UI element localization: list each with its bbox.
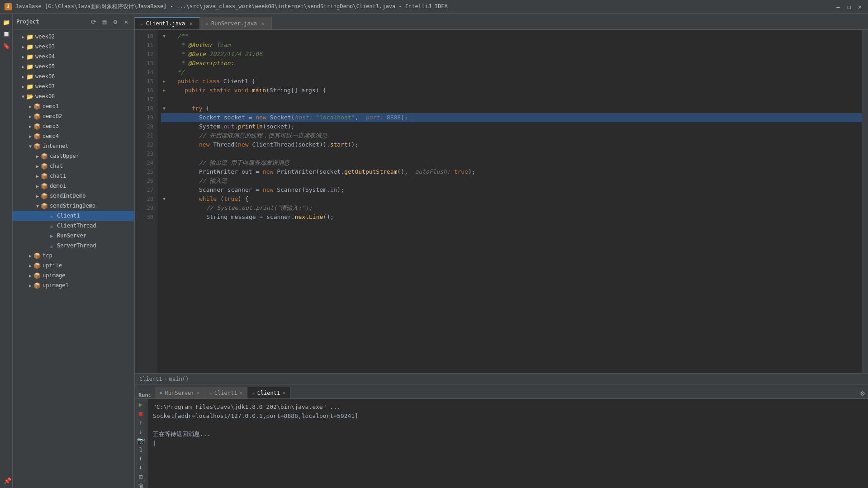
tree-arrow: ▶ xyxy=(34,193,41,199)
tree-item-upimage[interactable]: ▶ 📦 upimage xyxy=(13,270,134,280)
fold-button[interactable]: ▶ xyxy=(161,87,167,94)
tree-arrow: ▼ xyxy=(20,93,26,99)
tab-client1[interactable]: ☕ Client1.java ✕ xyxy=(135,17,200,29)
run-output-line-1: "C:\Program Files\Java\jdk1.8.0_202\bin\… xyxy=(153,403,863,412)
java-icon: ☕ xyxy=(205,20,209,26)
run-grid-button[interactable]: ⊞ xyxy=(136,473,146,480)
tree-label: sendStringDemo xyxy=(50,203,95,209)
code-content[interactable]: ▼ /** * @Author Tiam * @Date 2022/11/4 2… xyxy=(157,30,862,373)
tree-arrow: ▶ xyxy=(20,33,26,40)
pin-button[interactable]: 📌 xyxy=(4,477,11,484)
tree-item-sendintdemo[interactable]: ▶ 📦 sendIntDemo xyxy=(13,191,134,201)
tree-item-demo4[interactable]: ▶ 📦 demo4 xyxy=(13,131,134,141)
tree-item-upfile[interactable]: ▶ 📦 upfile xyxy=(13,261,134,270)
run-screenshot-button[interactable]: 📷 xyxy=(136,437,146,444)
tree-label: upfile xyxy=(43,262,62,269)
code-line-25: PrintWriter out = new PrintWriter(socket… xyxy=(161,167,862,176)
run-output-cursor: | xyxy=(153,439,863,448)
run-tab-close[interactable]: ✕ xyxy=(197,390,200,396)
run-tab-client1a[interactable]: ☕ Client1 ✕ xyxy=(204,387,247,398)
run-pin-down[interactable]: ⬇ xyxy=(136,464,146,471)
window-controls[interactable]: — ◻ ✕ xyxy=(835,3,863,10)
tree-item-week05[interactable]: ▶ 📁 week05 xyxy=(13,62,134,71)
tree-label: sendIntDemo xyxy=(50,193,85,199)
tree-item-clientthread[interactable]: ▶ ☕ ClientThread xyxy=(13,221,134,231)
package-icon: 📦 xyxy=(41,192,48,199)
tree-item-week03[interactable]: ▶ 📁 week03 xyxy=(13,42,134,52)
tab-close-button[interactable]: ✕ xyxy=(188,20,194,27)
tree-label: ClientThread xyxy=(57,223,96,229)
tree-label: demo3 xyxy=(43,123,59,129)
tree-label: week08 xyxy=(35,93,55,99)
tree-item-client1[interactable]: ▶ ☕ Client1 xyxy=(13,211,134,221)
tree-arrow: ▶ xyxy=(27,272,33,279)
package-icon: 📦 xyxy=(33,272,41,279)
tree-item-demo1b[interactable]: ▶ 📦 demo1 xyxy=(13,181,134,191)
tab-close-button[interactable]: ✕ xyxy=(260,20,266,27)
run-trash-button[interactable]: 🗑 xyxy=(136,482,146,488)
code-line-14: */ xyxy=(161,68,862,77)
tree-item-chat1[interactable]: ▶ 📦 chat1 xyxy=(13,171,134,181)
tree-label: Client1 xyxy=(57,213,80,219)
tree-arrow: ▶ xyxy=(34,153,41,159)
fold-button[interactable]: ▶ xyxy=(161,78,167,85)
run-tab-client1b[interactable]: ☕ Client1 ✕ xyxy=(247,387,290,398)
run-output[interactable]: "C:\Program Files\Java\jdk1.8.0_202\bin\… xyxy=(147,399,868,488)
tree-label: tcp xyxy=(43,252,52,259)
tree-item-week08[interactable]: ▼ 📂 week08 xyxy=(13,91,134,101)
tree-arrow: ▶ xyxy=(27,252,33,259)
tree-item-upimage1[interactable]: ▶ 📦 upimage1 xyxy=(13,280,134,290)
run-tab-bar: Run: ▶ RunServer ✕ ☕ Client1 ✕ ☕ Client1… xyxy=(135,384,868,399)
tree-item-demo1[interactable]: ▶ 📦 demo1 xyxy=(13,101,134,111)
maximize-button[interactable]: ◻ xyxy=(845,3,853,10)
tree-item-demo3[interactable]: ▶ 📦 demo3 xyxy=(13,121,134,131)
collapse-button[interactable]: ▤ xyxy=(100,17,109,26)
run-wrap-button[interactable]: ⤵ xyxy=(136,446,146,453)
tree-item-week07[interactable]: ▶ 📁 week07 xyxy=(13,81,134,91)
code-line-18: ▼ try { xyxy=(161,104,862,113)
tree-item-internet[interactable]: ▼ 📦 internet xyxy=(13,141,134,151)
run-tab-close[interactable]: ✕ xyxy=(239,390,242,396)
run-restart-button[interactable]: ▶ xyxy=(136,401,146,408)
tree-item-week02[interactable]: ▶ 📁 week02 xyxy=(13,32,134,42)
structure-icon[interactable]: 🔲 xyxy=(1,29,11,39)
tree-item-chat[interactable]: ▶ 📦 chat xyxy=(13,161,134,171)
breadcrumb-main[interactable]: main() xyxy=(169,376,189,382)
tree-item-castupper[interactable]: ▶ 📦 castUpper xyxy=(13,151,134,161)
close-button[interactable]: ✕ xyxy=(856,3,863,10)
sidebar: Project ⟳ ▤ ⚙ ✕ ▶ 📁 week02 ▶ 📁 week03 xyxy=(13,14,135,488)
tree-item-tcp[interactable]: ▶ 📦 tcp xyxy=(13,251,134,261)
minimize-button[interactable]: — xyxy=(835,3,842,10)
fold-button[interactable]: ▼ xyxy=(161,196,167,202)
run-scroll-up[interactable]: ↑ xyxy=(136,419,146,426)
close-sidebar-button[interactable]: ✕ xyxy=(122,17,131,26)
bookmark-icon[interactable]: 🔖 xyxy=(1,41,11,51)
code-line-22: new Thread(new ClientThread(socket)).sta… xyxy=(161,140,862,149)
tree-item-sendstringdemo[interactable]: ▼ 📦 sendStringDemo xyxy=(13,201,134,211)
scrollbar[interactable] xyxy=(862,30,868,373)
tree-item-runserver[interactable]: ▶ ▶ RunServer xyxy=(13,231,134,241)
sync-button[interactable]: ⟳ xyxy=(89,17,98,26)
project-icon[interactable]: 📁 xyxy=(1,17,11,27)
run-stop-button[interactable]: ■ xyxy=(136,410,146,417)
run-tab-close[interactable]: ✕ xyxy=(282,390,285,396)
tree-item-week06[interactable]: ▶ 📁 week06 xyxy=(13,71,134,81)
fold-button[interactable]: ▼ xyxy=(161,33,167,39)
run-tab-runserver[interactable]: ▶ RunServer ✕ xyxy=(155,387,204,398)
settings-button[interactable]: ⚙ xyxy=(111,17,120,26)
run-scroll-down[interactable]: ↓ xyxy=(136,428,146,435)
tree-item-serverthread[interactable]: ▶ ☕ ServerThread xyxy=(13,241,134,251)
title-bar: J JavaBase [G:\Class\Java面向对象程序设计\JavaBa… xyxy=(0,0,868,14)
tree-item-week04[interactable]: ▶ 📁 week04 xyxy=(13,52,134,62)
code-line-24: // 输出流 用于向服务端发送消息 xyxy=(161,158,862,167)
package-icon: 📦 xyxy=(41,152,48,160)
fold-button[interactable]: ▼ xyxy=(161,105,167,112)
tree-item-demo02[interactable]: ▶ 📦 demo02 xyxy=(13,111,134,121)
run-output-line-3: 正在等待返回消息... xyxy=(153,430,863,439)
run-settings-button[interactable]: ⚙ xyxy=(857,388,868,398)
editor-area: ☕ Client1.java ✕ ☕ RunServer.java ✕ 10 1… xyxy=(135,14,868,488)
tab-runserver[interactable]: ☕ RunServer.java ✕ xyxy=(200,17,272,29)
code-line-10: ▼ /** xyxy=(161,32,862,41)
run-pin-up[interactable]: ⬆ xyxy=(136,455,146,462)
breadcrumb-client1[interactable]: Client1 xyxy=(139,376,162,382)
